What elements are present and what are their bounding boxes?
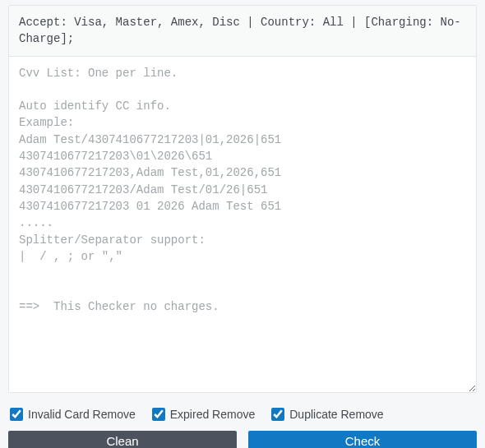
checkbox-duplicate-remove[interactable]: Duplicate Remove	[271, 408, 383, 421]
checkbox-expired-remove-label: Expired Remove	[170, 408, 256, 421]
check-button[interactable]: Check	[248, 431, 477, 448]
checkbox-duplicate-remove-input[interactable]	[271, 408, 284, 421]
checkbox-invalid-remove-label: Invalid Card Remove	[28, 408, 136, 421]
checkbox-expired-remove-input[interactable]	[152, 408, 165, 421]
checker-panel: Accept: Visa, Master, Amex, Disc | Count…	[8, 5, 477, 393]
button-row: Clean Check	[8, 431, 477, 448]
card-input[interactable]	[9, 57, 476, 392]
checkbox-invalid-remove-input[interactable]	[10, 408, 23, 421]
checkbox-duplicate-remove-label: Duplicate Remove	[289, 408, 383, 421]
checkbox-row: Invalid Card Remove Expired Remove Dupli…	[8, 393, 477, 431]
checkbox-invalid-remove[interactable]: Invalid Card Remove	[10, 408, 136, 421]
panel-header: Accept: Visa, Master, Amex, Disc | Count…	[9, 6, 476, 57]
checkbox-expired-remove[interactable]: Expired Remove	[152, 408, 256, 421]
clean-button[interactable]: Clean	[8, 431, 237, 448]
